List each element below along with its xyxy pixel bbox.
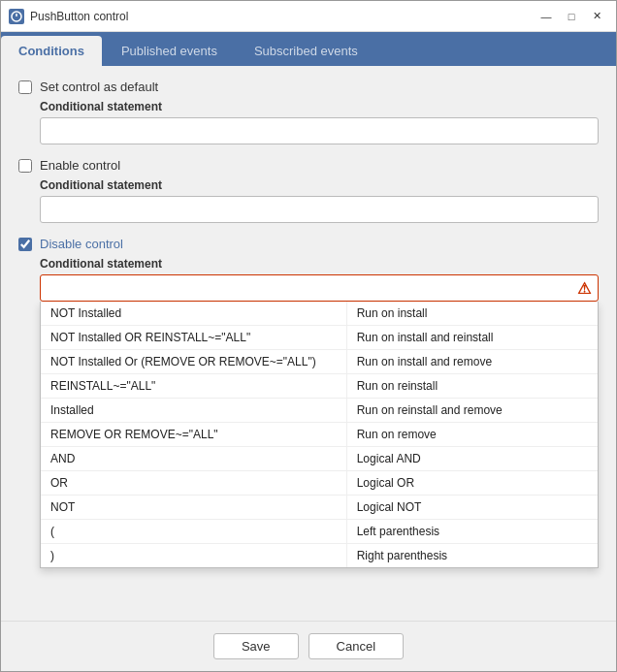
dropdown-item-left[interactable]: ( — [41, 520, 347, 543]
tab-published-events[interactable]: Published events — [104, 36, 235, 66]
dropdown-item-right: Run on install and reinstall — [347, 326, 598, 349]
save-button[interactable]: Save — [213, 633, 299, 659]
dropdown-item-left[interactable]: AND — [41, 447, 347, 470]
minimize-button[interactable]: — — [535, 7, 558, 26]
disable-control-field-label: Conditional statement — [40, 257, 599, 271]
dropdown-item-right: Run on install and remove — [347, 350, 598, 373]
enable-control-checkbox[interactable] — [18, 159, 32, 173]
dropdown-item-right: Run on install — [347, 302, 598, 325]
section-enable-control: Enable control Conditional statement — [18, 158, 599, 223]
dropdown-item-left[interactable]: NOT Installed — [41, 302, 347, 325]
section-disable-control: Disable control Conditional statement ⚠ … — [18, 237, 599, 302]
dropdown-row[interactable]: NOT InstalledRun on install — [41, 302, 598, 326]
set-default-label: Set control as default — [40, 80, 158, 94]
tab-subscribed-events[interactable]: Subscribed events — [237, 36, 375, 66]
close-button[interactable]: ✕ — [585, 7, 608, 26]
dropdown-row[interactable]: ORLogical OR — [41, 471, 598, 496]
dropdown-row[interactable]: NOT Installed OR REINSTALL~="ALL"Run on … — [41, 326, 598, 350]
enable-control-field-label: Conditional statement — [40, 178, 599, 192]
set-default-row: Set control as default — [18, 80, 599, 94]
window: PushButton control — □ ✕ Conditions Publ… — [0, 0, 617, 672]
dropdown-item-right: Run on reinstall — [347, 374, 598, 398]
dropdown-row[interactable]: ANDLogical AND — [41, 447, 598, 471]
dropdown-item-right: Right parenthesis — [347, 544, 598, 567]
set-default-checkbox[interactable] — [18, 80, 32, 94]
title-bar: PushButton control — □ ✕ — [1, 1, 616, 32]
dropdown-item-right: Run on reinstall and remove — [347, 399, 598, 422]
section-set-default: Set control as default Conditional state… — [18, 80, 599, 144]
dropdown-item-left[interactable]: OR — [41, 471, 347, 495]
cancel-button[interactable]: Cancel — [308, 633, 404, 659]
disable-control-label: Disable control — [40, 237, 123, 251]
footer: Save Cancel — [1, 621, 616, 671]
enable-control-row: Enable control — [18, 158, 599, 173]
window-controls: — □ ✕ — [535, 7, 608, 26]
dropdown-item-left[interactable]: ) — [41, 544, 347, 567]
dropdown-item-left[interactable]: Installed — [41, 399, 347, 422]
disable-control-checkbox[interactable] — [18, 238, 32, 251]
dropdown-item-right: Logical AND — [347, 447, 598, 470]
dropdown-item-left[interactable]: NOT — [41, 496, 347, 519]
app-icon — [9, 9, 24, 24]
dropdown-row[interactable]: NOTLogical NOT — [41, 496, 598, 520]
dropdown-item-right: Left parenthesis — [347, 520, 598, 543]
disable-control-row: Disable control — [18, 237, 599, 251]
enable-control-input[interactable] — [40, 196, 599, 223]
tab-conditions[interactable]: Conditions — [1, 36, 102, 66]
dropdown-row[interactable]: )Right parenthesis — [41, 544, 598, 567]
dropdown-row[interactable]: REINSTALL~="ALL"Run on reinstall — [41, 374, 598, 399]
dropdown-row[interactable]: InstalledRun on reinstall and remove — [41, 399, 598, 423]
dropdown-item-left[interactable]: NOT Installed Or (REMOVE OR REMOVE~="ALL… — [41, 350, 347, 373]
dropdown-item-left[interactable]: REMOVE OR REMOVE~="ALL" — [41, 423, 347, 446]
dropdown-item-right: Logical OR — [347, 471, 598, 495]
dropdown-row[interactable]: (Left parenthesis — [41, 520, 598, 544]
dropdown-row[interactable]: NOT Installed Or (REMOVE OR REMOVE~="ALL… — [41, 350, 598, 374]
disable-control-input[interactable] — [40, 274, 599, 302]
dropdown-item-left[interactable]: REINSTALL~="ALL" — [41, 374, 347, 398]
dropdown-list: NOT InstalledRun on installNOT Installed… — [40, 302, 599, 568]
dropdown-item-right: Logical NOT — [347, 496, 598, 519]
dropdown-item-left[interactable]: NOT Installed OR REINSTALL~="ALL" — [41, 326, 347, 349]
set-default-input[interactable] — [40, 117, 599, 144]
dropdown-row[interactable]: REMOVE OR REMOVE~="ALL"Run on remove — [41, 423, 598, 447]
enable-control-label: Enable control — [40, 158, 120, 173]
main-content: Set control as default Conditional state… — [1, 66, 616, 621]
dropdown-item-right: Run on remove — [347, 423, 598, 446]
maximize-button[interactable]: □ — [560, 7, 583, 26]
window-title: PushButton control — [30, 10, 535, 23]
error-icon: ⚠ — [577, 279, 591, 298]
disable-control-input-wrapper: ⚠ — [40, 274, 599, 302]
set-default-field-label: Conditional statement — [40, 100, 599, 113]
tab-bar: Conditions Published events Subscribed e… — [1, 32, 616, 66]
